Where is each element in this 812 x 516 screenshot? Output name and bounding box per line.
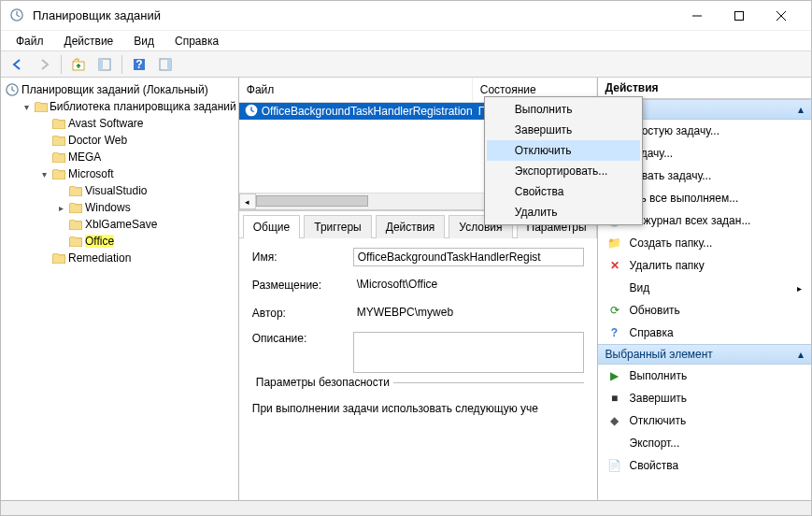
tree-item-selected[interactable]: Office [53, 233, 236, 250]
app-icon [10, 8, 25, 23]
tab-general[interactable]: Общие [243, 215, 300, 238]
menu-bar: Файл Действие Вид Справка [1, 31, 811, 51]
back-button[interactable] [7, 53, 29, 76]
tree-microsoft[interactable]: ▾Microsoft [36, 165, 236, 182]
action-disable[interactable]: ◆Отключить [598, 409, 811, 432]
chevron-down-icon[interactable]: ▾ [21, 102, 32, 112]
context-run[interactable]: Выполнить [487, 99, 597, 120]
refresh-icon: ⟳ [607, 303, 622, 318]
svg-rect-9 [167, 59, 171, 70]
folder-icon [68, 200, 83, 215]
forward-button[interactable] [33, 53, 55, 76]
clock-icon [5, 82, 20, 97]
tree-label: MEGA [68, 150, 101, 164]
tree-item[interactable]: XblGameSave [53, 216, 236, 233]
collapse-icon: ▴ [798, 348, 804, 361]
context-menu: Выполнить Завершить Отключить Экспортиро… [484, 96, 597, 210]
tree-item[interactable]: ▸Windows [53, 199, 236, 216]
action-run[interactable]: ▶Выполнить [598, 365, 811, 387]
task-grid: Файл Состояние OfficeBackgroundTaskHandl… [239, 78, 597, 210]
folder-icon [68, 217, 83, 232]
tree-label: Remediation [68, 251, 131, 265]
detail-body: Имя: Размещение: \Microsoft\Office Автор… [239, 238, 597, 500]
scroll-left-button[interactable]: ◂ [239, 194, 256, 209]
action-delete-folder[interactable]: ✕Удалить папку [598, 254, 811, 277]
play-icon: ▶ [607, 368, 622, 383]
folder-icon [68, 234, 83, 249]
collapse-icon: ▴ [798, 103, 804, 116]
name-field[interactable] [353, 248, 584, 266]
tab-actions[interactable]: Действия [376, 215, 446, 238]
tree-library[interactable]: ▾ Библиотека планировщика заданий [20, 98, 236, 115]
tree-item[interactable]: Doctor Web [36, 132, 236, 149]
label-location: Размещение: [252, 279, 346, 292]
folder-icon [51, 150, 66, 165]
folder-icon [51, 116, 66, 131]
disable-icon: ◆ [607, 413, 622, 428]
menu-file[interactable]: Файл [8, 33, 51, 50]
maximize-button[interactable] [718, 2, 760, 30]
folder-icon: 📁 [607, 236, 622, 251]
status-bar [1, 500, 811, 516]
close-button[interactable] [760, 2, 802, 30]
scroll-thumb[interactable] [256, 195, 368, 207]
stop-icon: ■ [607, 391, 622, 406]
tree-pane: Планировщик заданий (Локальный) ▾ Библио… [1, 78, 239, 500]
folder-icon [51, 251, 66, 265]
tree-item[interactable]: VisualStudio [53, 182, 236, 199]
minimize-button[interactable] [676, 2, 718, 30]
menu-help[interactable]: Справка [167, 33, 226, 50]
action-help[interactable]: ?Справка [598, 322, 811, 344]
svg-text:?: ? [135, 58, 142, 71]
context-disable[interactable]: Отключить [487, 140, 597, 161]
context-properties[interactable]: Свойства [487, 181, 597, 202]
tree-item[interactable]: Avast Software [36, 115, 236, 132]
label-author: Автор: [252, 307, 346, 320]
column-header-file[interactable]: Файл [239, 78, 473, 102]
tree-label: XblGameSave [85, 218, 157, 231]
svg-rect-2 [734, 11, 743, 20]
action-refresh[interactable]: ⟳Обновить [598, 299, 811, 322]
action-export[interactable]: Экспорт... [598, 432, 811, 454]
action-properties[interactable]: 📄Свойства [598, 454, 811, 477]
context-export[interactable]: Экспортировать... [487, 161, 597, 181]
label-description: Описание: [252, 332, 346, 345]
tree-item[interactable]: Remediation [36, 250, 236, 266]
properties-icon: 📄 [607, 458, 622, 473]
description-field[interactable] [353, 332, 584, 373]
task-name: OfficeBackgroundTaskHandlerRegistration [262, 105, 473, 118]
help-icon: ? [607, 325, 622, 340]
help-button[interactable]: ? [128, 53, 150, 76]
clock-icon [245, 104, 258, 120]
menu-view[interactable]: Вид [126, 33, 162, 50]
middle-pane: Файл Состояние OfficeBackgroundTaskHandl… [239, 78, 598, 500]
action-new-folder[interactable]: 📁Создать папку... [598, 232, 811, 254]
folder-icon [68, 183, 83, 198]
context-end[interactable]: Завершить [487, 120, 597, 140]
security-group-title: Параметры безопасности [252, 376, 393, 389]
tree-label: Avast Software [68, 117, 143, 130]
tree-label: VisualStudio [85, 184, 148, 197]
menu-action[interactable]: Действие [57, 33, 121, 50]
tree-root[interactable]: Планировщик заданий (Локальный) [3, 81, 236, 98]
tab-triggers[interactable]: Триггеры [304, 215, 372, 238]
location-value: \Microsoft\Office [353, 276, 584, 294]
tree-label: Microsoft [68, 167, 114, 180]
tree-item[interactable]: MEGA [36, 149, 236, 165]
context-delete[interactable]: Удалить [487, 202, 597, 210]
tree-label: Windows [85, 201, 131, 214]
actions-section-selected[interactable]: Выбранный элемент ▴ [598, 344, 811, 365]
toolbar: ? [1, 51, 811, 78]
action-pane-button[interactable] [154, 53, 177, 76]
tree-label: Doctor Web [68, 134, 127, 147]
show-hide-tree-button[interactable] [93, 53, 116, 76]
chevron-right-icon[interactable]: ▸ [55, 203, 66, 213]
up-button[interactable] [67, 53, 90, 76]
folder-icon [34, 99, 48, 114]
tree-label: Office [85, 235, 114, 248]
action-view[interactable]: Вид▸ [598, 277, 811, 299]
svg-rect-5 [99, 59, 103, 70]
action-end[interactable]: ■Завершить [598, 387, 811, 409]
chevron-down-icon[interactable]: ▾ [38, 169, 50, 179]
title-bar: Планировщик заданий [1, 1, 811, 31]
